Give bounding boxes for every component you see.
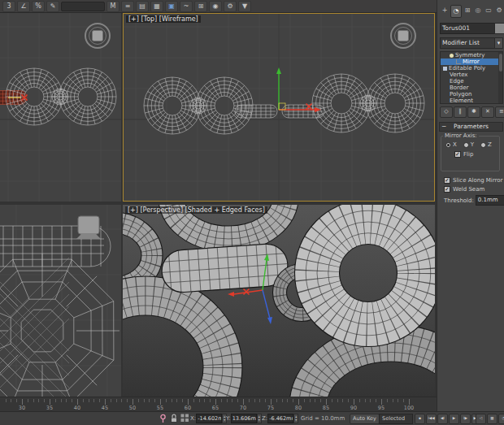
move-gizmo[interactable] [276, 67, 321, 112]
timeline-minor-tick[interactable] [376, 399, 376, 402]
timeline-minor-tick[interactable] [127, 399, 128, 402]
align-icon[interactable]: ≡ [121, 1, 134, 12]
open-explorer-icon[interactable]: ▣ [165, 1, 178, 12]
selection-filter-dropdown[interactable]: Selected [379, 414, 413, 424]
lock-icon[interactable] [170, 414, 178, 423]
timeline-major-tick[interactable] [215, 399, 216, 405]
timeline-minor-tick[interactable] [193, 399, 194, 402]
coordinate-z-spinner[interactable]: ▴▾ [293, 414, 298, 423]
configure-modifier-sets-button[interactable]: ≡ [495, 106, 504, 118]
view-cube-icon[interactable] [76, 216, 101, 239]
timeline-minor-tick[interactable] [111, 399, 111, 402]
isolate-selection-icon[interactable] [159, 414, 167, 423]
timeline-minor-tick[interactable] [89, 399, 89, 402]
coords-mode-icon[interactable] [180, 414, 189, 422]
hierarchy-tab[interactable]: ⊞ [463, 5, 472, 16]
timeline-major-tick[interactable] [77, 399, 78, 405]
timeline-minor-tick[interactable] [293, 399, 293, 402]
timeline-minor-tick[interactable] [16, 399, 17, 402]
percent-snap-icon[interactable]: % [32, 1, 45, 12]
coordinate-z-field[interactable]: -6.462mm [267, 414, 293, 423]
timeline-minor-tick[interactable] [144, 399, 145, 402]
make-unique-button[interactable]: ✱ [467, 106, 480, 118]
timeline-major-tick[interactable] [160, 399, 161, 405]
object-color-swatch[interactable] [494, 23, 504, 34]
timeline-minor-tick[interactable] [304, 399, 305, 402]
timeline-minor-tick[interactable] [259, 399, 260, 402]
timeline-minor-tick[interactable] [276, 399, 277, 402]
timeline-minor-tick[interactable] [342, 399, 343, 402]
timeline-minor-tick[interactable] [387, 399, 388, 402]
timeline-minor-tick[interactable] [172, 399, 172, 402]
timeline-minor-tick[interactable] [227, 399, 228, 402]
rollout-collapse-icon[interactable]: − [441, 123, 446, 131]
auto-key-button[interactable]: Auto Key [350, 414, 380, 424]
timeline-major-tick[interactable] [298, 399, 299, 405]
stack-item-border[interactable]: Border [441, 85, 502, 91]
timeline-minor-tick[interactable] [287, 399, 288, 402]
create-tab[interactable]: + [440, 5, 450, 16]
coordinate-y-spinner[interactable]: ▴▾ [257, 414, 262, 423]
layer-manager-icon[interactable]: ▤ [136, 1, 149, 12]
timeline-minor-tick[interactable] [199, 399, 200, 402]
mirror-icon[interactable]: M [106, 1, 119, 12]
timeline-minor-tick[interactable] [44, 399, 45, 402]
flip-checkbox[interactable]: ✓ Flip [454, 151, 499, 158]
stack-item-edge[interactable]: Edge [441, 78, 502, 85]
render-setup-icon[interactable]: ⚙ [224, 1, 237, 12]
isolate-selection-toggle[interactable] [159, 414, 167, 425]
timeline-major-tick[interactable] [271, 399, 272, 405]
stack-item-vertex[interactable]: Vertex [441, 72, 502, 78]
timeline-minor-tick[interactable] [210, 399, 211, 402]
timeline-minor-tick[interactable] [265, 399, 266, 402]
left-detail-viewport-canvas[interactable] [0, 205, 121, 397]
timeline-minor-tick[interactable] [359, 399, 360, 402]
timeline-minor-tick[interactable] [154, 399, 155, 402]
ribbon-toggle-icon[interactable]: ▦ [150, 1, 163, 12]
go-to-start-button[interactable]: I◀◀ [426, 414, 437, 424]
timeline-minor-tick[interactable] [370, 399, 371, 402]
timeline-minor-tick[interactable] [11, 399, 11, 402]
viewport-perspective[interactable]: [+] [Perspective] [Shaded + Edged Faces] [123, 205, 435, 397]
timeline-minor-tick[interactable] [33, 399, 34, 402]
stack-item-element[interactable]: Element [441, 98, 502, 104]
top-left-viewport-canvas[interactable] [0, 13, 121, 202]
timeline-minor-tick[interactable] [38, 399, 39, 402]
timeline-minor-tick[interactable] [393, 399, 393, 402]
timeline-major-tick[interactable] [133, 399, 133, 405]
timeline-minor-tick[interactable] [55, 399, 56, 402]
timeline-minor-tick[interactable] [116, 399, 117, 402]
timeline-minor-tick[interactable] [28, 399, 28, 402]
timeline-minor-tick[interactable] [254, 399, 255, 402]
timeline-major-tick[interactable] [188, 399, 189, 405]
timeline-minor-tick[interactable] [138, 399, 139, 402]
timeline-minor-tick[interactable] [310, 399, 311, 402]
mirror-axis-radio-y[interactable]: Y [463, 141, 474, 148]
timeline-minor-tick[interactable] [320, 399, 321, 402]
stack-item-editable-poly[interactable]: Editable Poly [441, 65, 502, 72]
remove-modifier-button[interactable]: ✕ [481, 106, 494, 118]
timeline-minor-tick[interactable] [166, 399, 167, 402]
timeline-minor-tick[interactable] [221, 399, 222, 402]
timeline-minor-tick[interactable] [93, 399, 94, 402]
modifier-list-arrow-icon[interactable]: ▾ [494, 37, 503, 49]
view-cube-icon[interactable] [391, 24, 415, 48]
timeline-major-tick[interactable] [22, 399, 23, 405]
timeline-major-tick[interactable] [50, 399, 50, 405]
modifier-list-dropdown[interactable]: Modifier List [440, 37, 498, 49]
perspective-viewport-label[interactable]: [+] [Perspective] [Shaded + Edged Faces] [125, 206, 267, 214]
timeline-minor-tick[interactable] [176, 399, 177, 402]
object-name-field[interactable]: Torus001 [440, 23, 495, 34]
timeline-minor-tick[interactable] [282, 399, 283, 402]
timeline-minor-tick[interactable] [237, 399, 238, 402]
material-editor-icon[interactable]: ◉ [209, 1, 222, 12]
perspective-viewport-canvas[interactable] [123, 205, 435, 397]
stack-item-symmetry[interactable]: Symmetry [441, 52, 502, 59]
time-configuration-icon[interactable]: ◔ [498, 414, 504, 424]
timeline-minor-tick[interactable] [61, 399, 62, 402]
timeline-minor-tick[interactable] [332, 399, 332, 402]
timeline-ruler[interactable]: 3035404550556065707580859095100 [0, 397, 437, 411]
timeline-minor-tick[interactable] [66, 399, 67, 402]
coordinate-y-field[interactable]: 13.606mm [231, 414, 257, 423]
motion-tab[interactable]: ◎ [473, 5, 483, 16]
